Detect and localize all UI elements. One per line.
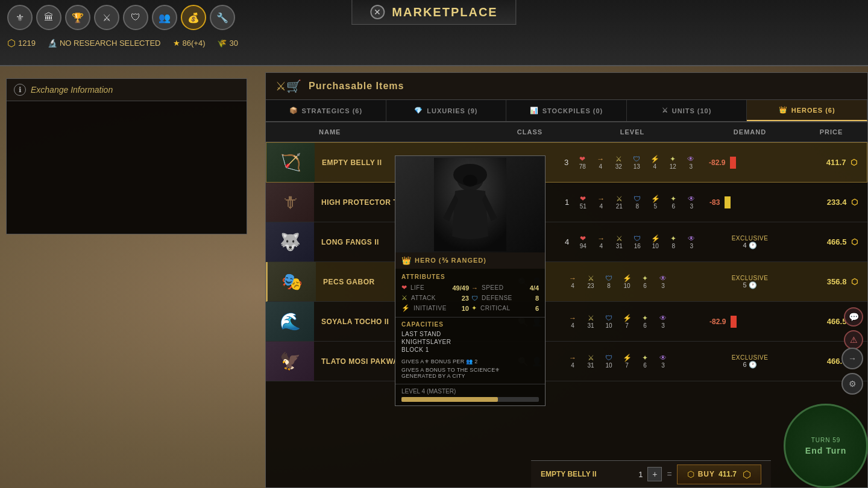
table-row[interactable]: 🌊 SOYALA TOCHO II 🔍 👤 →4 ⚔31 🛡10 ⚡7 ✦6 👁… (266, 302, 867, 342)
stat-ey-6: 👁3 (655, 354, 671, 369)
demand-bar-5 (731, 316, 737, 328)
exchange-body (7, 101, 247, 234)
price-val-3: 466.5 (827, 237, 847, 246)
cap-item-3: BLOCK 1 (401, 346, 539, 354)
tab-luxuries[interactable]: 💎 LUXURIES (9) (386, 100, 507, 121)
attrs-grid: ❤ LIFE 49/49 → SPEED 4/4 ⚔ ATTACK 23 🛡 D… (401, 284, 539, 312)
stat-ey-4: 👁3 (655, 274, 671, 289)
bottom-controls: 1 + = ⬡ BUY 411.7 ⬡ (638, 465, 761, 484)
close-button[interactable]: ✕ (370, 5, 385, 19)
row-demand-3: EXCLUSIVE 4 🕐 (705, 233, 795, 252)
bottom-bar: EMPTY BELLY II 1 + = ⬡ BUY 411.7 ⬡ (531, 460, 771, 487)
stat-mv-1: →4 (593, 155, 608, 170)
row-demand-4: EXCLUSIVE 5 🕐 (705, 272, 795, 292)
tab-stockpiles[interactable]: 📊 STOCKPILES (0) (506, 100, 627, 121)
quantity-plus-btn[interactable]: + (647, 467, 662, 481)
exchange-title: Exchange Information (31, 85, 113, 95)
row-stats-1: 3 ❤78 →4 ⚔32 🛡13 ⚡4 ✦12 👁3 (559, 152, 704, 172)
icon-btn-3[interactable]: 🏆 (65, 5, 90, 30)
marketplace-title-bar: ✕ Marketplace (351, 0, 516, 25)
demand-value-1: -82.9 (709, 158, 725, 167)
tab-strategics-label: STRATEGICS (6) (302, 107, 363, 114)
table-row[interactable]: 🗡 HIGH PROTECTOR TOTH ISTVAN I 🔍 ✗ 1 ❤51… (266, 183, 867, 222)
table-row[interactable]: 🦅 TLATO MOSI PAKWA I 🔍 👤 →4 ⚔31 🛡10 ⚡7 ✦… (266, 342, 867, 381)
left-panel: ℹ Exchange Information (0, 72, 265, 488)
icon-btn-1[interactable]: ⚜ (7, 5, 33, 30)
food-stat: 🌾 30 (217, 39, 237, 48)
science-value: 86(+4) (183, 39, 206, 48)
icon-btn-4[interactable]: ⚔ (94, 5, 119, 30)
attr-life-label: LIFE (410, 284, 424, 291)
row-stats-4: →4 ⚔23 🛡8 ⚡10 ✦6 👁3 (560, 272, 705, 292)
hero-type-text: HERO (⅔ RANGED) (415, 257, 486, 264)
table-row[interactable]: 🎭 PECS GABOR 🔍 👤 →4 ⚔23 🛡8 ⚡10 ✦6 👁3 EXC… (266, 262, 867, 302)
stat-sw-3: ⚔31 (611, 234, 627, 249)
icon-btn-2[interactable]: 🏛 (36, 5, 61, 30)
stat-li-5: ⚡7 (619, 314, 635, 329)
tab-strategics-icon: 📦 (289, 107, 298, 114)
attr-speed-label: SPEED (482, 284, 503, 291)
table-row[interactable]: 🏹 EMPTY BELLY II 🔍 👥 3 ❤78 →4 ⚔32 🛡13 ⚡4… (266, 142, 867, 183)
stat-li-3: ⚡10 (647, 234, 663, 249)
notification-buttons: 💬 ⚠ (844, 307, 863, 349)
level-val-1: 3 (564, 158, 568, 167)
icon-btn-5[interactable]: 🛡 (123, 5, 148, 30)
attrs-label: ATTRIBUTES (401, 274, 539, 280)
hero-portrait-2: 🗡 (266, 183, 314, 222)
bonus-item-2: GIVES A BONUS TO THE SCIENCE⚜GENERATED B… (401, 366, 539, 380)
tab-units-icon: ⚔ (662, 107, 668, 114)
stat-ey-5: 👁3 (655, 314, 671, 329)
attr-speed: → SPEED 4/4 (471, 284, 539, 292)
buy-price: 411.7 (719, 470, 737, 478)
excl-row-6: EXCLUSIVE 6 🕐 (709, 354, 790, 369)
stat-sh-6: 🛡10 (601, 354, 617, 369)
notif-btn-1[interactable]: 💬 (844, 307, 863, 327)
stat-mv-2: →4 (593, 195, 609, 210)
table-header: NAME CLASS LEVEL DEMAND PRICE (266, 122, 867, 142)
row-thumb-5: 🌊 (266, 302, 314, 341)
price-val-2: 233.4 (827, 198, 847, 207)
tab-strategics[interactable]: 📦 STRATEGICS (6) (266, 100, 386, 121)
table-row[interactable]: 🐺 LONG FANGS II 🔍 👥 4 ❤94 →4 ⚔31 🛡16 ⚡10… (266, 222, 867, 262)
icon-btn-6[interactable]: 👥 (152, 5, 177, 30)
buy-gold-icon: ⬡ (687, 469, 694, 479)
notif-btn-2[interactable]: ⚠ (844, 330, 863, 349)
excl-num-3: 4 🕐 (743, 242, 756, 249)
demand-value-5: -82.9 (709, 318, 726, 326)
icon-btn-8[interactable]: 🔧 (210, 5, 235, 30)
tab-units-label: UNITS (10) (672, 107, 712, 114)
hero-popup-type: 👑 HERO (⅔ RANGED) (395, 252, 545, 269)
th-class: CLASS (500, 126, 560, 138)
demand-bar-2 (725, 196, 731, 208)
end-turn-button[interactable]: TURN 59 End Turn (784, 404, 868, 488)
food-icon: 🌾 (217, 39, 227, 48)
tab-units[interactable]: ⚔ UNITS (10) (627, 100, 747, 121)
icon-btn-7[interactable]: 💰 (181, 5, 206, 30)
food-value: 30 (229, 39, 237, 48)
th-image (266, 126, 314, 138)
mini-controls: → ⚙ (841, 348, 863, 395)
level-bar (401, 397, 539, 402)
speed-icon: → (471, 284, 478, 292)
row-price-3: 466.5 ⬡ (795, 235, 867, 249)
th-demand: DEMAND (705, 126, 795, 138)
stat-ey-2: 👁3 (684, 195, 699, 210)
level-bar-label: LEVEL 4 (MASTER) (401, 388, 539, 395)
tab-heroes[interactable]: 👑 HEROES (6) (747, 100, 867, 121)
next-btn[interactable]: → (841, 348, 863, 369)
marketplace-title-text: Marketplace (392, 5, 497, 19)
research-stat: 🔬 NO RESEARCH SELECTED (48, 39, 161, 48)
equals-sign: = (667, 469, 671, 479)
science-stat: ★ 86(+4) (173, 39, 206, 48)
hero-portrait-5: 🌊 (266, 302, 314, 341)
buy-button[interactable]: ⬡ BUY 411.7 ⬡ (677, 465, 761, 484)
info-icon: ℹ (14, 84, 26, 96)
hero-portrait-1: 🏹 (266, 143, 315, 182)
row-price-4: 356.8 ⬡ (795, 275, 867, 289)
excl-num-6: 6 🕐 (743, 361, 756, 369)
excl-text-4: EXCLUSIVE (732, 275, 769, 281)
demand-bar-1 (730, 157, 736, 169)
attr-critical-label: CRITICAL (480, 305, 511, 311)
panel-header: ⚔🛒 Purchasable Items (266, 73, 867, 100)
stat-mv-5: →4 (565, 314, 580, 329)
